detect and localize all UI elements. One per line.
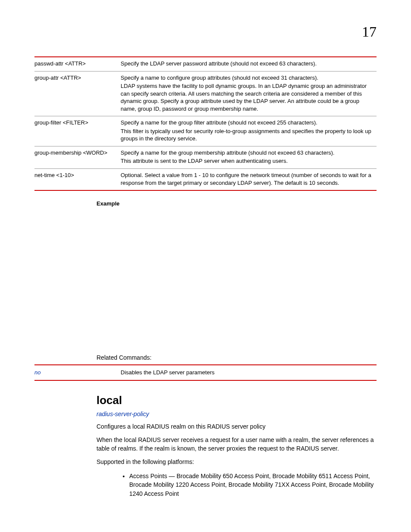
supported-platforms-list: Access Points — Brocade Mobility 650 Acc… (122, 472, 377, 498)
command-heading-local: local (97, 394, 377, 407)
table-row: group-membership <WORD> Specify a name f… (34, 146, 377, 168)
related-commands-heading: Related Commands: (97, 354, 377, 361)
example-heading: Example (97, 200, 377, 207)
table-row: passwd-attr <ATTR> Specify the LDAP serv… (34, 57, 377, 71)
command-parent-link[interactable]: radius-server-policy (97, 411, 377, 417)
table-row: no Disables the LDAP server parameters (34, 365, 377, 380)
param-desc: Optional. Select a value from 1 - 10 to … (121, 169, 377, 191)
related-cmd-name: no (34, 365, 121, 380)
param-name: group-membership <WORD> (34, 146, 121, 168)
param-name: net-time <1-10> (34, 169, 121, 191)
body-paragraph: When the local RADIUS server receives a … (97, 436, 377, 453)
body-paragraph: Supported in the following platforms: (97, 458, 377, 467)
list-item: Access Points — Brocade Mobility 650 Acc… (129, 472, 377, 498)
parameters-table: passwd-attr <ATTR> Specify the LDAP serv… (34, 56, 377, 191)
param-desc: Specify a name for the group membership … (121, 146, 377, 168)
param-name: passwd-attr <ATTR> (34, 57, 121, 71)
param-desc: Specify a name for the group filter attr… (121, 116, 377, 146)
table-row: net-time <1-10> Optional. Select a value… (34, 169, 377, 191)
param-name: group-filter <FILTER> (34, 116, 121, 146)
table-row: group-attr <ATTR> Specify a name to conf… (34, 71, 377, 116)
param-desc: Specify a name to configure group attrib… (121, 71, 377, 116)
table-row: group-filter <FILTER> Specify a name for… (34, 116, 377, 146)
param-desc: Specify the LDAP server password attribu… (121, 57, 377, 71)
chapter-number: 17 (362, 24, 377, 40)
param-name: group-attr <ATTR> (34, 71, 121, 116)
related-cmd-desc: Disables the LDAP server parameters (121, 365, 377, 380)
related-commands-table: no Disables the LDAP server parameters (34, 364, 377, 381)
body-paragraph: Configures a local RADIUS realm on this … (97, 423, 377, 431)
